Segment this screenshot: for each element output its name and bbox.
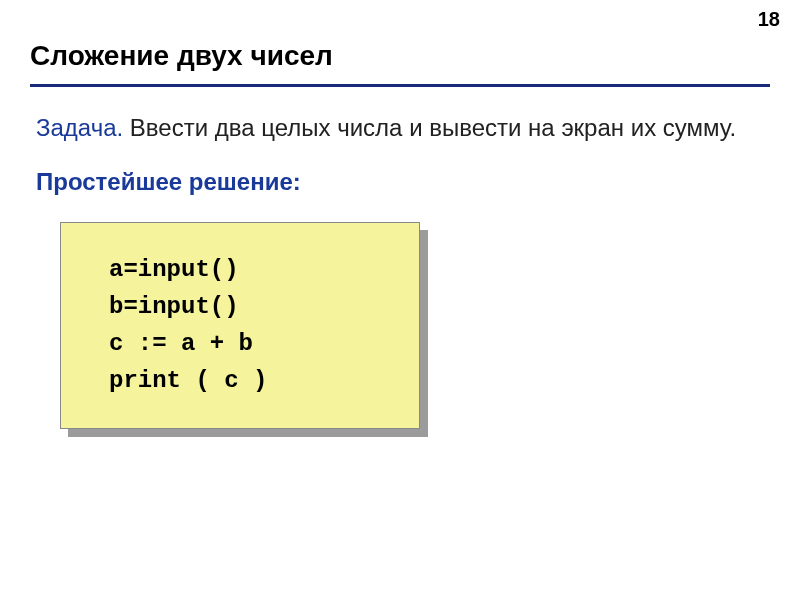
page-number: 18 xyxy=(758,8,780,31)
task-label: Задача. xyxy=(36,114,123,141)
task-block: Задача. Ввести два целых числа и вывести… xyxy=(0,111,800,164)
code-line-4: print ( c ) xyxy=(109,367,267,394)
slide-title: Сложение двух чисел xyxy=(0,0,800,84)
task-text: Ввести два целых числа и вывести на экра… xyxy=(123,114,736,141)
code-box: a=input() b=input() c := a + b print ( c… xyxy=(60,222,420,429)
code-line-2: b=input() xyxy=(109,293,239,320)
solution-label: Простейшее решение: xyxy=(0,164,800,214)
code-line-3: c := a + b xyxy=(109,330,253,357)
code-line-1: a=input() xyxy=(109,256,239,283)
code-block: a=input() b=input() c := a + b print ( c… xyxy=(60,222,420,429)
title-divider xyxy=(30,84,770,87)
